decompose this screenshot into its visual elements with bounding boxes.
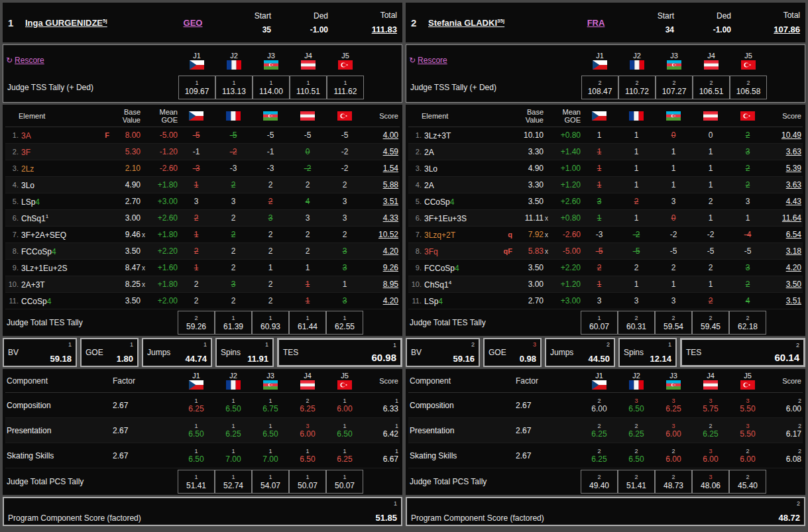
element-row: 1.3Lz+3T10.10+0.801100210.49	[408, 127, 803, 144]
judge-rank: 1	[306, 315, 309, 322]
element-number: 4.	[408, 181, 423, 189]
judge-rank: 1	[343, 423, 346, 430]
judge-goe-value: -2	[326, 164, 363, 173]
judge-goe-value: -3	[178, 164, 215, 173]
judge-total-value: 50.07	[335, 481, 355, 490]
flag-aut-icon	[300, 111, 315, 121]
mean-goe-value: +1.00	[551, 164, 581, 173]
element-score-link[interactable]: 3.18	[786, 246, 801, 256]
pcs-factored-value: 51.85	[375, 513, 397, 523]
base-value: 2.70	[514, 296, 544, 305]
judge-rank: 1	[268, 448, 272, 455]
start-value: 34	[665, 25, 674, 34]
bv-rank: 2	[471, 341, 475, 348]
element-score-link[interactable]: 10.49	[781, 131, 801, 140]
judge-total-value: 59.45	[701, 322, 721, 331]
judge-goe-value: 1	[655, 147, 692, 156]
base-value-header: BaseValue	[111, 108, 141, 124]
element-score-link[interactable]: 4.33	[383, 213, 398, 223]
rescore-button[interactable]: ↻Rescore	[409, 56, 447, 65]
rescore-button[interactable]: ↻Rescore	[6, 56, 44, 65]
score-comparison-root: 1Inga GURGENIDZE5jGEOStart35Ded-1.00Tota…	[0, 0, 808, 529]
element-score-link[interactable]: 3.63	[786, 180, 801, 189]
element-number: 8.	[5, 247, 20, 255]
judge-goe-value: -5	[215, 131, 252, 140]
element-number: 8.	[408, 247, 423, 255]
element-score-link[interactable]: 3.51	[786, 296, 801, 305]
element-score-link[interactable]: 5.88	[383, 180, 398, 189]
judge-goe-value: -1	[178, 147, 215, 156]
judge-total-cell: 2108.47	[581, 76, 618, 99]
components-header: ComponentFactorJ1J2J3J4J5Score	[408, 369, 803, 393]
judge-component-value: 7.00	[225, 455, 241, 464]
element-score-link[interactable]: 1.54	[383, 164, 398, 173]
judge-goe-value: -1	[252, 147, 289, 156]
judge-goe-value: 2	[215, 230, 252, 239]
judge-rank: 1	[231, 423, 235, 430]
mean-goe-value: +1.20	[551, 280, 581, 289]
judge-component-value: 6.25	[337, 455, 352, 464]
judge-column-header: J3	[666, 372, 681, 390]
judge-component-value: 6.50	[337, 430, 352, 439]
skater-header: 2Stefania GLADKI35jFRAStart34Ded-1.00Tot…	[406, 3, 805, 42]
judge-goe-value: 3	[729, 197, 766, 206]
judge-component-value: 6.00	[665, 430, 681, 439]
component-column-header: Component	[5, 376, 111, 386]
judge-goe-value: 2	[289, 230, 326, 239]
element-number: 11.	[5, 297, 20, 305]
total-score-link[interactable]: 111.83	[372, 25, 397, 34]
element-score-link[interactable]: 3.63	[786, 147, 801, 156]
element-name: FCCoSp4	[20, 246, 94, 256]
element-call-flag: qF	[497, 247, 514, 255]
element-number: 2.	[5, 148, 20, 156]
element-score-link[interactable]: 4.20	[383, 296, 398, 305]
element-score-link[interactable]: 8.95	[383, 280, 398, 289]
element-score-link[interactable]: 4.43	[786, 197, 801, 206]
spins-rank: 1	[668, 341, 671, 348]
tes-label: TES	[283, 348, 298, 357]
judge-total-cell: 259.45	[692, 311, 729, 335]
element-score-link[interactable]: 11.64	[782, 213, 801, 223]
judge-total-cell: 262.18	[729, 311, 766, 335]
element-score-link[interactable]: 4.59	[383, 147, 398, 156]
element-score-link[interactable]: 3.51	[383, 197, 398, 206]
mean-goe-value: +3.00	[148, 197, 178, 206]
element-name: 3F	[20, 147, 94, 157]
judge-column-header: J5	[740, 372, 755, 390]
element-score-link[interactable]: 4.20	[383, 246, 398, 256]
element-name: 3A	[20, 131, 94, 140]
judge-flag-header	[300, 111, 315, 121]
component-row: Presentation2.6726.2526.2536.0026.2535.5…	[408, 418, 803, 443]
element-name: LSp4	[20, 197, 94, 207]
element-score-link[interactable]: 6.54	[786, 230, 801, 239]
judge-goe-value: 2	[289, 246, 326, 256]
flag-aze-icon	[264, 60, 278, 70]
tes-value: 60.98	[371, 352, 396, 363]
judge-goe-value: 1	[252, 263, 289, 272]
element-score-link[interactable]: 3.50	[786, 280, 801, 289]
skater-name-link[interactable]: Inga GURGENIDZE5j	[25, 18, 107, 28]
credit-x-marker: x	[544, 248, 551, 255]
component-factor: 2.67	[111, 451, 178, 460]
judge-component-value: 6.50	[262, 430, 278, 439]
base-value: 3.00	[111, 213, 141, 223]
element-score-link[interactable]: 9.26	[383, 263, 398, 272]
judge-total-value: 106.51	[699, 87, 724, 96]
country-link[interactable]: GEO	[184, 18, 203, 28]
country-link[interactable]: FRA	[587, 18, 605, 28]
judge-component-cell: 17.00	[215, 448, 252, 464]
component-name: Skating Skills	[408, 451, 514, 460]
judge-component-cell: 16.50	[178, 448, 215, 464]
skater-name-link[interactable]: Stefania GLADKI35j	[428, 18, 504, 28]
judge-rank: 1	[268, 315, 272, 322]
judge-goe-value: 2	[326, 180, 363, 189]
element-score-link[interactable]: 5.39	[786, 164, 801, 173]
element-score-link[interactable]: 4.20	[786, 263, 801, 272]
summary-strip: BV159.18GOE11.80Jumps144.74Spins111.91TE…	[3, 338, 402, 367]
judge-rank: 2	[634, 448, 638, 455]
total-score-link[interactable]: 107.86	[774, 25, 800, 34]
element-score-link[interactable]: 4.00	[383, 131, 398, 140]
element-score-link[interactable]: 10.52	[378, 230, 398, 239]
bv-summary-box: BV259.16	[406, 338, 480, 367]
judge-goe-value: -2	[692, 230, 729, 239]
